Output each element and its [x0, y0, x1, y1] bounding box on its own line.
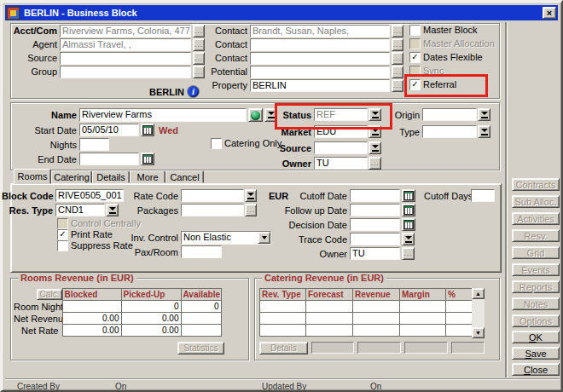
end-date-field[interactable]	[79, 153, 139, 165]
cutoff-date-calendar-button[interactable]	[402, 189, 415, 202]
catering-row[interactable]	[260, 313, 473, 325]
market-field[interactable]: EDU	[314, 125, 368, 138]
pax-room-field[interactable]	[181, 245, 222, 258]
contracts-button[interactable]: Contracts	[512, 178, 560, 191]
catering-row[interactable]	[260, 301, 473, 313]
res-type-lov-button[interactable]	[106, 204, 119, 216]
block-source-field[interactable]	[314, 141, 368, 154]
control-centrally-checkbox[interactable]	[57, 218, 68, 229]
info-icon[interactable]: i	[188, 86, 199, 97]
tab-rooms[interactable]: Rooms	[14, 169, 51, 184]
type-field[interactable]	[422, 125, 477, 138]
status-lov-button[interactable]	[369, 108, 381, 121]
packages-field[interactable]	[181, 204, 244, 216]
grid-button[interactable]: Grid	[512, 246, 560, 259]
dates-flexible-checkbox[interactable]: ✓	[409, 52, 421, 63]
tab-catering[interactable]: Catering	[51, 170, 92, 183]
reports-button[interactable]: Reports	[512, 280, 560, 293]
property-field[interactable]: BERLIN	[250, 79, 390, 92]
net-revenue-available-cell[interactable]	[181, 313, 221, 325]
status-field[interactable]: REF	[314, 108, 368, 121]
suppress-rate-checkbox[interactable]	[57, 240, 68, 251]
scroll-down-button[interactable]: ▼	[472, 327, 485, 338]
start-date-field[interactable]: 05/05/10	[79, 124, 139, 136]
owner-field[interactable]: TU	[314, 157, 368, 170]
rooms-owner-field[interactable]: TU	[350, 247, 400, 260]
scroll-up-button[interactable]: ▲	[472, 288, 485, 299]
packages-lookup-button[interactable]: ...	[245, 204, 257, 216]
sub-alloc-button[interactable]: Sub Alloc.	[512, 195, 560, 208]
nights-field[interactable]	[79, 138, 109, 151]
decision-date-field[interactable]	[350, 218, 400, 231]
net-rate-picked-up-cell[interactable]: 0.00	[121, 325, 181, 337]
cutoff-date-field[interactable]	[350, 189, 400, 202]
room-nights-picked-up-cell[interactable]: 0	[121, 301, 181, 313]
origin-lov-button[interactable]	[478, 108, 490, 121]
close-window-button[interactable]: ×	[543, 7, 556, 19]
net-rate-available-cell[interactable]	[181, 325, 221, 337]
rate-code-lov-button[interactable]	[245, 189, 257, 202]
type-lov-button[interactable]	[478, 125, 490, 138]
events-button[interactable]: Events	[512, 263, 560, 276]
contact-lookup-button[interactable]: ...	[392, 38, 403, 51]
net-revenue-blocked-cell[interactable]: 0.00	[62, 313, 121, 325]
decision-date-calendar-button[interactable]	[402, 218, 415, 231]
trace-code-field[interactable]	[350, 233, 400, 245]
rate-code-field[interactable]	[181, 189, 244, 202]
catering-row[interactable]	[260, 325, 473, 337]
catering-only-checkbox[interactable]	[211, 138, 222, 149]
contact-lookup-button[interactable]: ...	[392, 52, 403, 65]
name-field[interactable]: Riverview Farms	[79, 108, 247, 122]
contact-field-1[interactable]: Brandt, Susan, Naples,	[250, 25, 390, 37]
contact-field-2[interactable]	[250, 38, 390, 51]
source-field[interactable]	[60, 52, 191, 65]
ok-button[interactable]: OK	[512, 331, 560, 343]
trace-code-lov-button[interactable]	[402, 233, 415, 245]
catering-total-margin	[404, 342, 448, 354]
room-nights-blocked-cell[interactable]	[62, 301, 121, 313]
referral-checkbox[interactable]: ✓	[409, 79, 421, 90]
contact-field-3[interactable]	[250, 52, 390, 65]
tab-cancel[interactable]: Cancel	[165, 170, 204, 183]
end-date-calendar-button[interactable]	[141, 153, 154, 165]
translate-button[interactable]	[248, 108, 263, 122]
inv-control-dropdown-button[interactable]	[258, 232, 270, 244]
property-code-text: BERLIN	[130, 87, 184, 98]
origin-field[interactable]	[422, 108, 477, 121]
options-button[interactable]: Options	[512, 314, 560, 327]
group-field[interactable]	[60, 66, 191, 78]
catering-table-scrollbar[interactable]: ▲ ▼	[472, 288, 485, 338]
contact-lookup-button[interactable]: ...	[392, 25, 403, 37]
master-allocation-checkbox[interactable]	[409, 38, 421, 49]
acct-com-field[interactable]: Riverview Farms, Colonia, 477 550-38	[60, 25, 191, 37]
follow-up-date-calendar-button[interactable]	[402, 204, 415, 216]
statistics-button[interactable]: Statistics	[177, 342, 224, 355]
notes-button[interactable]: Notes	[512, 297, 560, 310]
master-block-checkbox[interactable]	[409, 25, 421, 36]
agent-field[interactable]: Almassi Travel, ,	[60, 38, 191, 51]
property-lookup-button[interactable]: ...	[392, 79, 403, 92]
potential-lookup-button[interactable]: ...	[392, 66, 403, 78]
resv-button[interactable]: Resv.	[512, 229, 560, 242]
market-lov-button[interactable]	[369, 125, 381, 138]
sync-checkbox[interactable]	[409, 66, 421, 77]
res-type-field[interactable]: CND1	[55, 204, 105, 216]
details-button[interactable]: Details	[259, 342, 308, 355]
start-date-calendar-button[interactable]	[141, 124, 154, 136]
cutoff-days-field[interactable]	[471, 189, 495, 202]
net-revenue-picked-up-cell[interactable]: 0.00	[121, 313, 181, 325]
net-rate-blocked-cell[interactable]: 0.00	[62, 325, 121, 337]
tab-details[interactable]: Details	[92, 170, 130, 183]
tab-more[interactable]: More	[130, 170, 165, 183]
room-nights-available-cell[interactable]: 0	[181, 301, 221, 313]
block-code-field[interactable]: RIVE0505_001	[55, 189, 124, 202]
rooms-owner-lookup-button[interactable]: ...	[402, 247, 415, 260]
owner-lookup-button[interactable]: ...	[369, 157, 381, 170]
potential-field[interactable]	[250, 66, 390, 78]
block-source-lov-button[interactable]	[369, 141, 381, 154]
save-button[interactable]: Save	[512, 347, 560, 360]
activities-button[interactable]: Activities	[512, 212, 560, 225]
print-rate-checkbox[interactable]: ✓	[57, 229, 68, 240]
follow-up-date-field[interactable]	[350, 204, 400, 216]
close-button[interactable]: Close	[512, 363, 560, 376]
